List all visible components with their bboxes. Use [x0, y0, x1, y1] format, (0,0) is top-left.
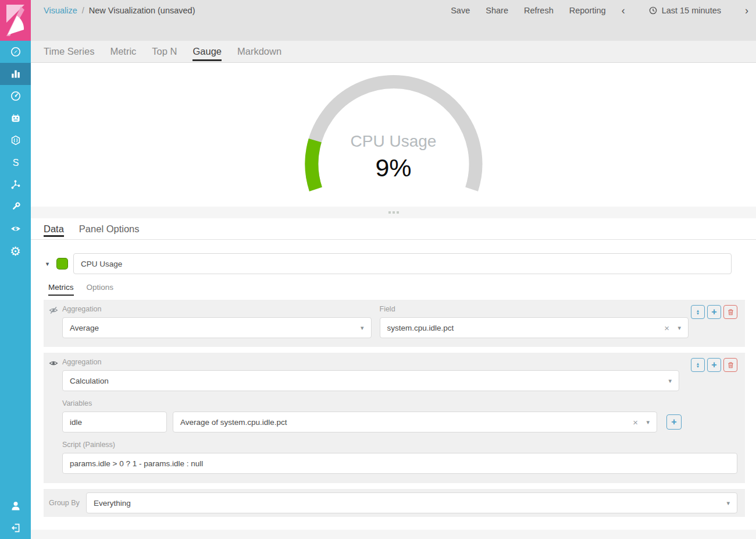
group-by-label: Group By [49, 499, 86, 507]
monitoring-eye-icon [10, 223, 22, 235]
tab-options[interactable]: Options [87, 283, 114, 296]
reorder-metric-button[interactable]: ▲ ▼ [691, 305, 705, 319]
eye-icon [49, 359, 58, 367]
gauge-chart: CPU Usage 9% [289, 69, 498, 202]
sort-down-icon: ▼ [696, 312, 700, 315]
visualize-bar-chart-icon [10, 68, 22, 80]
sidebar-item-apm[interactable] [0, 129, 31, 151]
top-bar: Visualize / New Visualization (unsaved) … [31, 0, 756, 41]
delete-metric-button[interactable] [723, 305, 737, 319]
chevron-down-icon: ▾ [677, 324, 681, 332]
dev-tools-wrench-icon [10, 201, 22, 212]
series-hidden-toggle[interactable] [49, 306, 58, 317]
editor-tabs: Data Panel Options [31, 218, 756, 240]
delete-metric-button[interactable] [723, 358, 737, 372]
breadcrumb: Visualize / New Visualization (unsaved) [44, 6, 195, 15]
viz-type-tabs: Time Series Metric Top N Gauge Markdown [31, 41, 756, 63]
sidebar-item-monitoring[interactable] [0, 218, 31, 240]
top-actions: Save Share Refresh Reporting ‹ Last 15 m… [451, 6, 748, 15]
refresh-button[interactable]: Refresh [524, 6, 554, 15]
sidebar-item-user-account[interactable] [0, 495, 31, 517]
panel-resize-handle[interactable] [31, 207, 756, 218]
tab-panel-options[interactable]: Panel Options [79, 218, 140, 239]
group-by-value: Everything [94, 499, 131, 508]
sidebar-item-machine-learning[interactable] [0, 107, 31, 129]
tab-gauge[interactable]: Gauge [192, 41, 222, 62]
script-label: Script (Painless) [62, 441, 737, 449]
series-tabs: Metrics Options [48, 283, 745, 296]
metric-row-buttons: ▲ ▼ + [691, 305, 737, 319]
breadcrumb-visualize-link[interactable]: Visualize [44, 6, 77, 15]
main-area: Visualize / New Visualization (unsaved) … [31, 0, 756, 539]
field-select[interactable]: system.cpu.idle.pct × ▾ [380, 317, 689, 338]
variable-name-input[interactable] [62, 412, 167, 432]
gauge-value: 9% [289, 154, 498, 182]
dashboard-gauge-icon [10, 90, 22, 102]
time-back-chevron-icon[interactable]: ‹ [622, 6, 625, 15]
aggregation-select[interactable]: Calculation ▾ [62, 370, 679, 391]
sidebar: S [0, 0, 31, 539]
variable-value-select[interactable]: Average of system.cpu.idle.pct × ▾ [173, 412, 657, 432]
sidebar-item-dashboard[interactable] [0, 85, 31, 107]
script-input[interactable] [62, 453, 737, 474]
sidebar-item-discover[interactable] [0, 41, 31, 63]
sidebar-item-logout[interactable] [0, 517, 31, 539]
resize-dot-icon [397, 211, 399, 214]
aggregation-select[interactable]: Average ▾ [62, 317, 372, 338]
group-by-row: Group By Everything ▾ [44, 489, 745, 517]
sidebar-item-visualize[interactable] [0, 63, 31, 85]
series-color-swatch[interactable] [56, 258, 68, 270]
apm-hexagon-icon [10, 134, 22, 146]
resize-dot-icon [388, 211, 391, 214]
share-button[interactable]: Share [486, 6, 508, 15]
time-picker-label: Last 15 minutes [662, 6, 721, 15]
series-label-input[interactable] [73, 253, 732, 274]
time-picker[interactable]: Last 15 minutes [649, 6, 721, 15]
tab-markdown[interactable]: Markdown [237, 41, 281, 62]
logout-icon [10, 522, 22, 534]
aggregation-label: Aggregation [62, 358, 737, 366]
kibana-logo[interactable] [0, 0, 31, 41]
tab-metric[interactable]: Metric [110, 41, 136, 62]
series-visible-toggle[interactable] [49, 359, 58, 370]
add-variable-button[interactable]: + [666, 414, 682, 430]
reorder-metric-button[interactable]: ▲ ▼ [691, 358, 705, 372]
clear-icon[interactable]: × [633, 417, 638, 427]
s-plugin-icon: S [10, 157, 22, 168]
series-collapse-caret-icon[interactable]: ▾ [44, 260, 51, 268]
tab-data[interactable]: Data [44, 218, 64, 239]
metric-block-average: ▲ ▼ + Aggregation [44, 300, 745, 347]
time-forward-chevron-icon[interactable]: › [745, 6, 748, 15]
sidebar-item-s-plugin[interactable]: S [0, 151, 31, 173]
clear-icon[interactable]: × [664, 323, 669, 333]
trash-icon [727, 308, 734, 316]
add-metric-button[interactable]: + [707, 358, 721, 372]
save-button[interactable]: Save [451, 6, 470, 15]
reporting-button[interactable]: Reporting [569, 6, 606, 15]
metric-block-calculation: ▲ ▼ + Aggregation Calculation ▾ [44, 353, 745, 483]
gauge-labels: CPU Usage 9% [289, 132, 498, 182]
aggregation-field-row: Aggregation Average ▾ Field system.cpu.i… [62, 305, 689, 338]
svg-text:S: S [12, 158, 19, 168]
chevron-down-icon: ▾ [361, 324, 364, 332]
tab-top-n[interactable]: Top N [152, 41, 177, 62]
gauge-panel: CPU Usage 9% [31, 63, 756, 207]
add-metric-button[interactable]: + [707, 305, 721, 319]
aggregation-select-value: Average [70, 324, 99, 332]
series-row: ▾ [44, 253, 745, 274]
management-gear-icon: ⚙ [10, 245, 21, 257]
aggregation-select-value: Calculation [70, 377, 109, 385]
sidebar-item-dev-tools[interactable] [0, 196, 31, 218]
page-title: New Visualization (unsaved) [89, 6, 195, 15]
aggregation-label: Aggregation [62, 305, 372, 313]
tab-metrics[interactable]: Metrics [48, 283, 74, 296]
tab-time-series[interactable]: Time Series [44, 41, 94, 62]
breadcrumb-separator: / [82, 6, 84, 15]
plus-icon: + [711, 307, 716, 317]
sidebar-item-graph[interactable] [0, 173, 31, 196]
sidebar-item-management[interactable]: ⚙ [0, 240, 31, 262]
plus-icon: + [671, 417, 676, 427]
plus-icon: + [711, 360, 716, 370]
chevron-down-icon: ▾ [726, 499, 730, 507]
group-by-select[interactable]: Everything ▾ [86, 492, 737, 513]
